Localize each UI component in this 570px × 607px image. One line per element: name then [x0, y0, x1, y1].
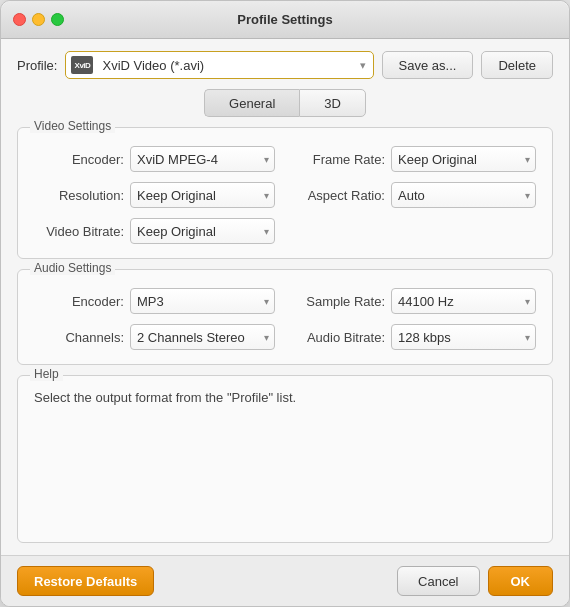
channels-select[interactable]: 2 Channels Stereo	[130, 324, 275, 350]
audio-bitrate-field: Audio Bitrate: 128 kbps ▾	[295, 324, 536, 350]
sample-rate-select-wrap: 44100 Hz ▾	[391, 288, 536, 314]
profile-select-wrap: XviD XviD Video (*.avi) ▾	[65, 51, 373, 79]
aspect-ratio-label: Aspect Ratio:	[295, 188, 385, 203]
audio-bitrate-label: Audio Bitrate:	[295, 330, 385, 345]
encoder-select[interactable]: XviD MPEG-4	[130, 146, 275, 172]
video-bitrate-select-wrap: Keep Original ▾	[130, 218, 275, 244]
video-bitrate-field: Video Bitrate: Keep Original ▾	[34, 218, 275, 244]
frame-rate-select-wrap: Keep Original ▾	[391, 146, 536, 172]
resolution-label: Resolution:	[34, 188, 124, 203]
ok-button[interactable]: OK	[488, 566, 554, 596]
profile-label: Profile:	[17, 58, 57, 73]
help-section: Help Select the output format from the "…	[17, 375, 553, 543]
cancel-button[interactable]: Cancel	[397, 566, 479, 596]
content-area: Profile: XviD XviD Video (*.avi) ▾ Save …	[1, 39, 569, 555]
bottom-bar: Restore Defaults Cancel OK	[1, 555, 569, 606]
encoder-label: Encoder:	[34, 152, 124, 167]
audio-bitrate-select-wrap: 128 kbps ▾	[391, 324, 536, 350]
tab-3d[interactable]: 3D	[299, 89, 366, 117]
channels-select-wrap: 2 Channels Stereo ▾	[130, 324, 275, 350]
encoder-select-wrap: XviD MPEG-4 ▾	[130, 146, 275, 172]
audio-encoder-select-wrap: MP3 ▾	[130, 288, 275, 314]
audio-encoder-select[interactable]: MP3	[130, 288, 275, 314]
title-bar: Profile Settings	[1, 1, 569, 39]
help-text: Select the output format from the "Profi…	[34, 390, 536, 405]
delete-button[interactable]: Delete	[481, 51, 553, 79]
window-title: Profile Settings	[237, 12, 332, 27]
aspect-ratio-select[interactable]: Auto	[391, 182, 536, 208]
video-settings-section: Video Settings Encoder: XviD MPEG-4 ▾ Fr…	[17, 127, 553, 259]
resolution-select-wrap: Keep Original ▾	[130, 182, 275, 208]
frame-rate-select[interactable]: Keep Original	[391, 146, 536, 172]
profile-row: Profile: XviD XviD Video (*.avi) ▾ Save …	[17, 51, 553, 79]
video-bitrate-label: Video Bitrate:	[34, 224, 124, 239]
profile-select[interactable]: XviD Video (*.avi)	[65, 51, 373, 79]
audio-bitrate-select[interactable]: 128 kbps	[391, 324, 536, 350]
traffic-lights	[13, 13, 64, 26]
main-window: Profile Settings Profile: XviD XviD Vide…	[0, 0, 570, 607]
frame-rate-label: Frame Rate:	[295, 152, 385, 167]
channels-field: Channels: 2 Channels Stereo ▾	[34, 324, 275, 350]
channels-label: Channels:	[34, 330, 124, 345]
save-as-button[interactable]: Save as...	[382, 51, 474, 79]
close-button[interactable]	[13, 13, 26, 26]
tabs-row: General 3D	[17, 89, 553, 117]
audio-encoder-field: Encoder: MP3 ▾	[34, 288, 275, 314]
encoder-field: Encoder: XviD MPEG-4 ▾	[34, 146, 275, 172]
video-settings-label: Video Settings	[30, 119, 115, 133]
resolution-select[interactable]: Keep Original	[130, 182, 275, 208]
video-fields-grid: Encoder: XviD MPEG-4 ▾ Frame Rate: Keep …	[34, 146, 536, 244]
video-bitrate-select[interactable]: Keep Original	[130, 218, 275, 244]
tab-general[interactable]: General	[204, 89, 299, 117]
audio-fields-grid: Encoder: MP3 ▾ Sample Rate: 44100 Hz	[34, 288, 536, 350]
help-section-label: Help	[30, 367, 63, 381]
restore-defaults-button[interactable]: Restore Defaults	[17, 566, 154, 596]
minimize-button[interactable]	[32, 13, 45, 26]
frame-rate-field: Frame Rate: Keep Original ▾	[295, 146, 536, 172]
maximize-button[interactable]	[51, 13, 64, 26]
bottom-right-buttons: Cancel OK	[397, 566, 553, 596]
sample-rate-label: Sample Rate:	[295, 294, 385, 309]
aspect-ratio-field: Aspect Ratio: Auto ▾	[295, 182, 536, 208]
sample-rate-field: Sample Rate: 44100 Hz ▾	[295, 288, 536, 314]
sample-rate-select[interactable]: 44100 Hz	[391, 288, 536, 314]
profile-buttons: Save as... Delete	[382, 51, 553, 79]
audio-settings-section: Audio Settings Encoder: MP3 ▾ Sample Rat…	[17, 269, 553, 365]
audio-encoder-label: Encoder:	[34, 294, 124, 309]
audio-settings-label: Audio Settings	[30, 261, 115, 275]
aspect-ratio-select-wrap: Auto ▾	[391, 182, 536, 208]
resolution-field: Resolution: Keep Original ▾	[34, 182, 275, 208]
